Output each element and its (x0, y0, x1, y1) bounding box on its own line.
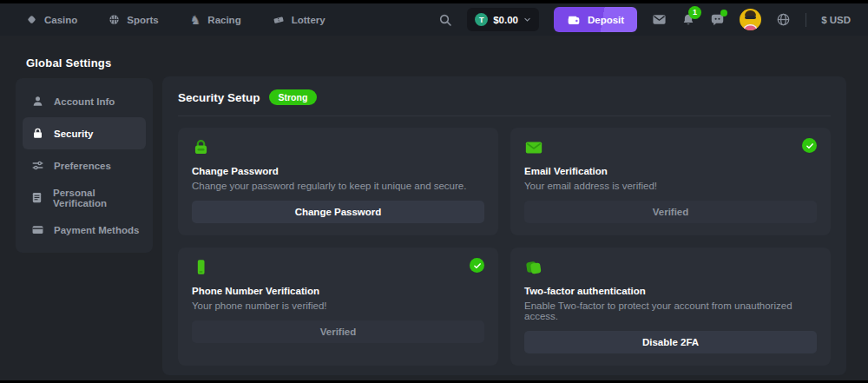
green-envelope-icon (524, 138, 543, 157)
nav-divider (806, 13, 806, 27)
phone-verified-button[interactable]: Verified (192, 320, 484, 343)
nav-link-label: Racing (207, 15, 240, 25)
document-icon (30, 191, 43, 204)
card-top (192, 138, 484, 157)
sliders-icon (30, 159, 44, 172)
nav-link-label: Casino (44, 15, 77, 25)
verified-check-icon (470, 258, 484, 273)
basketball-icon (108, 14, 120, 25)
top-edge (0, 0, 868, 3)
sidebar-item-label: Personal Verification (53, 188, 141, 208)
nav-link-racing[interactable]: ♞ Racing (190, 14, 241, 26)
deposit-label: Deposit (588, 15, 624, 25)
security-setup-panel: Security Setup Strong Change Password Ch… (162, 76, 846, 375)
sidebar-item-label: Preferences (54, 161, 111, 171)
header-divider (178, 116, 831, 116)
nav-right: T $0.00 Deposit 1 (438, 7, 851, 32)
card-top (524, 258, 817, 277)
page-title: Global Settings (26, 56, 153, 69)
nav-link-label: Lottery (292, 15, 326, 25)
content-area: Global Settings Account Info Security (0, 36, 868, 383)
card-title: Email Verification (524, 166, 817, 176)
sidebar-panel: Account Info Security Preferences (16, 78, 153, 253)
settings-sidebar: Global Settings Account Info Security (16, 36, 153, 383)
user-avatar[interactable] (740, 9, 761, 30)
sidebar-item-personal-verification[interactable]: Personal Verification (23, 182, 146, 214)
mail-icon[interactable] (652, 12, 667, 27)
card-title: Phone Number Verification (192, 286, 484, 296)
green-padlock-icon (192, 138, 210, 156)
nav-link-lottery[interactable]: Lottery (273, 14, 326, 26)
nav-link-label: Sports (127, 15, 158, 25)
notification-badge: 1 (688, 6, 701, 19)
casino-icon (26, 14, 37, 25)
green-shield-2fa-icon (524, 258, 543, 277)
sidebar-item-preferences[interactable]: Preferences (23, 149, 146, 182)
lock-icon (30, 127, 44, 140)
sidebar-item-label: Account Info (54, 96, 115, 107)
verified-check-icon (802, 138, 817, 153)
balance-selector[interactable]: T $0.00 (467, 8, 539, 31)
green-phone-icon (192, 258, 210, 276)
email-verification-card: Email Verification Your email address is… (510, 128, 831, 235)
person-icon (30, 95, 44, 108)
disable-2fa-button[interactable]: Disable 2FA (524, 331, 817, 353)
wallet-icon (567, 13, 581, 27)
security-cards-grid: Change Password Change your password reg… (178, 128, 831, 366)
sidebar-item-security[interactable]: Security (23, 117, 146, 149)
card-description: Your phone number is verified! (192, 300, 484, 311)
deposit-button[interactable]: Deposit (554, 7, 637, 32)
nav-link-sports[interactable]: Sports (108, 14, 158, 25)
tether-coin-icon: T (475, 13, 488, 26)
card-top (192, 258, 484, 277)
card-description: Enable Two-factor to protect your accoun… (524, 300, 817, 321)
horse-icon: ♞ (190, 14, 201, 26)
panel-title: Security Setup (178, 91, 260, 104)
strength-badge: Strong (269, 89, 318, 105)
avatar-glasses (745, 16, 756, 19)
sidebar-item-label: Payment Methods (54, 225, 139, 235)
notifications-bell-icon[interactable]: 1 (681, 13, 695, 27)
card-description: Your email address is verified! (524, 181, 817, 191)
avatar-body (743, 24, 758, 30)
sidebar-item-payment-methods[interactable]: Payment Methods (23, 214, 146, 246)
change-password-card: Change Password Change your password reg… (178, 128, 498, 235)
primary-nav: Casino Sports ♞ Racing Lottery (26, 14, 326, 26)
phone-verification-card: Phone Number Verification Your phone num… (178, 248, 498, 366)
sidebar-item-account-info[interactable]: Account Info (23, 85, 146, 117)
change-password-button[interactable]: Change Password (192, 201, 484, 223)
email-verified-button[interactable]: Verified (524, 201, 817, 223)
ticket-icon (273, 14, 285, 26)
card-title: Two-factor authentication (524, 286, 817, 296)
card-top (524, 138, 817, 157)
panel-header: Security Setup Strong (178, 89, 831, 105)
credit-card-icon (30, 223, 44, 236)
globe-language-icon[interactable] (776, 12, 791, 27)
nav-link-casino[interactable]: Casino (26, 14, 77, 25)
two-factor-card: Two-factor authentication Enable Two-fac… (510, 248, 831, 366)
chevron-down-icon (523, 16, 531, 23)
top-nav: Casino Sports ♞ Racing Lottery (0, 3, 868, 36)
chat-icon[interactable] (710, 12, 725, 27)
chat-status-dot (720, 10, 727, 17)
currency-selector[interactable]: $ USD (821, 15, 851, 25)
sidebar-item-label: Security (54, 129, 93, 139)
balance-amount: $0.00 (493, 15, 518, 25)
screen: Casino Sports ♞ Racing Lottery (0, 0, 868, 383)
card-description: Change your password regularly to keep i… (192, 181, 484, 191)
card-title: Change Password (192, 166, 484, 176)
search-icon[interactable] (438, 13, 452, 27)
